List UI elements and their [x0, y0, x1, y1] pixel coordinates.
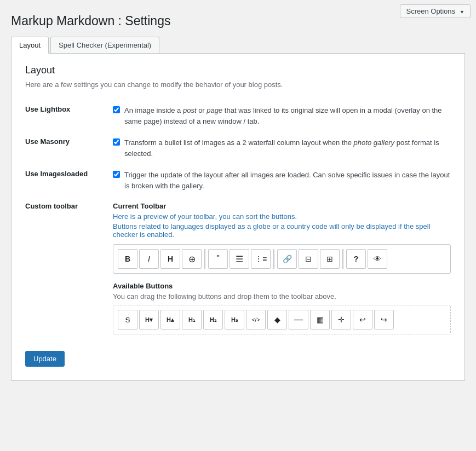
avail-btn-h3[interactable]: H₃	[225, 310, 244, 329]
setting-row-toolbar: Custom toolbar Current Toolbar Here is a…	[25, 196, 451, 340]
avail-btn-code[interactable]: </>	[246, 310, 266, 329]
toolbar-separator-2	[273, 249, 274, 269]
toolbar-btn-link[interactable]: 🔗	[277, 249, 297, 269]
toolbar-btn-globe[interactable]: ⊕	[182, 249, 202, 269]
avail-btn-redo[interactable]: ↪	[374, 310, 394, 329]
masonry-value: Transform a bullet list of images as a 2…	[113, 132, 451, 164]
imagesloaded-value: Trigger the update of the layout after a…	[113, 164, 451, 196]
masonry-label: Use Masonry	[25, 132, 113, 164]
toolbar-btn-bullet-list[interactable]: ☰	[230, 249, 249, 269]
toolbar-separator-3	[342, 249, 343, 269]
toolbar-btn-image[interactable]: ⊟	[299, 249, 318, 269]
update-button[interactable]: Update	[25, 351, 65, 367]
page-title: Markup Markdown : Settings	[11, 14, 465, 28]
setting-row-masonry: Use Masonry Transform a bullet list of i…	[25, 132, 451, 164]
section-description: Here are a few settings you can change t…	[25, 80, 451, 89]
toolbar-btn-preview[interactable]: 👁	[368, 249, 387, 269]
available-toolbar: S H▾ H▴ H₁ H₂ H₃ </> ◆ — ▦ ✛ ↩ ↪	[113, 305, 451, 334]
lightbox-label: Use Lightbox	[25, 100, 113, 132]
avail-btn-h1[interactable]: H₁	[182, 310, 202, 329]
toolbar-help-text: Here is a preview of your toolbar, you c…	[113, 212, 451, 221]
lightbox-checkbox-row: An image inside a post or page that was …	[113, 105, 451, 126]
masonry-checkbox-row: Transform a bullet list of images as a 2…	[113, 137, 451, 159]
toolbar-btn-blockquote[interactable]: "	[208, 249, 228, 269]
tabs-bar: Layout Spell Checker (Experimental)	[11, 37, 465, 54]
toolbar-separator-1	[204, 249, 205, 269]
section-title: Layout	[25, 65, 451, 76]
avail-btn-grid[interactable]: ▦	[310, 310, 330, 329]
toolbar-btn-help[interactable]: ?	[346, 249, 366, 269]
avail-btn-hr[interactable]: —	[289, 310, 308, 329]
screen-options-button[interactable]: Screen Options	[400, 4, 471, 18]
lightbox-value: An image inside a post or page that was …	[113, 100, 451, 132]
current-toolbar: B I H ⊕ " ☰ ⋮≡ 🔗 ⊟ ⊞	[113, 244, 451, 274]
available-buttons-title: Available Buttons	[113, 282, 451, 290]
imagesloaded-desc: Trigger the update of the layout after a…	[124, 170, 451, 191]
avail-btn-undo[interactable]: ↩	[353, 310, 372, 329]
setting-row-imagesloaded: Use Imagesloaded Trigger the update of t…	[25, 164, 451, 196]
toolbar-btn-table[interactable]: ⊞	[320, 249, 340, 269]
toolbar-btn-numbered-list[interactable]: ⋮≡	[251, 249, 271, 269]
page-wrapper: Screen Options Markup Markdown : Setting…	[0, 0, 476, 392]
lightbox-checkbox[interactable]	[113, 106, 120, 113]
imagesloaded-checkbox[interactable]	[113, 171, 120, 178]
lightbox-desc: An image inside a post or page that was …	[124, 105, 451, 126]
masonry-checkbox[interactable]	[113, 138, 120, 146]
toolbar-btn-heading[interactable]: H	[160, 249, 180, 269]
masonry-desc: Transform a bullet list of images as a 2…	[124, 137, 451, 159]
avail-btn-h-up[interactable]: H▴	[160, 310, 180, 329]
toolbar-warning: Buttons related to languages displayed a…	[113, 222, 451, 239]
toolbar-btn-bold[interactable]: B	[118, 249, 137, 269]
screen-options-label: Screen Options	[406, 7, 455, 15]
avail-btn-h2[interactable]: H₂	[203, 310, 223, 329]
available-help: You can drag the following buttons and d…	[113, 292, 451, 300]
avail-btn-h-down[interactable]: H▾	[139, 310, 159, 329]
tab-spell-checker[interactable]: Spell Checker (Experimental)	[50, 37, 159, 53]
avail-btn-move[interactable]: ✛	[331, 310, 351, 329]
imagesloaded-checkbox-row: Trigger the update of the layout after a…	[113, 170, 451, 191]
toolbar-value: Current Toolbar Here is a preview of you…	[113, 196, 451, 340]
content-area: Layout Here are a few settings you can c…	[11, 54, 465, 381]
settings-table: Use Lightbox An image inside a post or p…	[25, 100, 451, 340]
tab-layout[interactable]: Layout	[11, 37, 49, 54]
chevron-down-icon	[458, 7, 464, 15]
current-toolbar-title: Current Toolbar	[113, 202, 451, 210]
toolbar-btn-italic[interactable]: I	[139, 249, 159, 269]
avail-btn-fill[interactable]: ◆	[267, 310, 287, 329]
toolbar-label: Custom toolbar	[25, 196, 113, 340]
avail-btn-strikethrough[interactable]: S	[118, 310, 137, 329]
setting-row-lightbox: Use Lightbox An image inside a post or p…	[25, 100, 451, 132]
imagesloaded-label: Use Imagesloaded	[25, 164, 113, 196]
